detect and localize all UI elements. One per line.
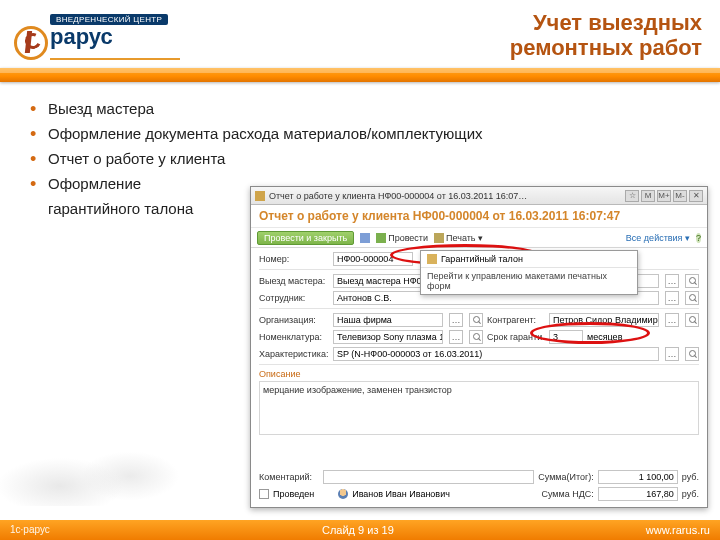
- popup-item-warranty[interactable]: Гарантийный талон: [421, 251, 637, 267]
- popup-hint[interactable]: Перейти к управлению макетами печатных ф…: [421, 268, 637, 294]
- label-charact: Характеристика:: [259, 349, 329, 359]
- label-sum-nds: Сумма НДС:: [541, 489, 593, 499]
- bullet-item: Выезд мастера: [30, 100, 700, 117]
- currency-label: руб.: [682, 489, 699, 499]
- highlight-oval: [530, 322, 650, 344]
- slide-header: ВНЕДРЕНЧЕСКИЙ ЦЕНТР рарус Учет выездных …: [0, 0, 720, 70]
- document-icon: [255, 191, 265, 201]
- popup-item-label: Гарантийный талон: [441, 254, 523, 264]
- currency-label: руб.: [682, 472, 699, 482]
- lookup-button[interactable]: …: [665, 313, 679, 327]
- brand-name: рарус: [50, 24, 194, 50]
- document-title: Отчет о работе у клиента НФ00-000004 от …: [251, 205, 707, 228]
- label-employee: Сотрудник:: [259, 293, 329, 303]
- responsible-user: Иванов Иван Иванович: [352, 489, 537, 499]
- lookup-button[interactable]: …: [665, 291, 679, 305]
- save-icon: [360, 233, 370, 243]
- label-number: Номер:: [259, 254, 329, 264]
- slide-footer: 1с·рарус Слайд 9 из 19 www.rarus.ru: [0, 520, 720, 540]
- lookup-button[interactable]: …: [449, 313, 463, 327]
- comment-field[interactable]: [323, 470, 534, 484]
- slide-counter: Слайд 9 из 19: [70, 524, 646, 536]
- help-icon[interactable]: ?: [696, 233, 701, 243]
- print-icon: [434, 233, 444, 243]
- search-icon[interactable]: [685, 347, 699, 361]
- document-icon: [427, 254, 437, 264]
- footer-url: www.rarus.ru: [646, 524, 710, 536]
- nomen-field[interactable]: Телевизор Sony плазма 15'': [333, 330, 443, 344]
- slide-title-line1: Учет выездных: [510, 10, 702, 35]
- toolbar-m3-icon[interactable]: M-: [673, 190, 687, 202]
- window-title: Отчет о работе у клиента НФ00-000004 от …: [269, 191, 529, 201]
- lookup-button[interactable]: …: [665, 274, 679, 288]
- search-icon[interactable]: [685, 274, 699, 288]
- print-button[interactable]: Печать ▾: [434, 233, 482, 243]
- slide-title-line2: ремонтных работ: [510, 35, 702, 60]
- slide-title: Учет выездных ремонтных работ: [510, 10, 702, 61]
- favorite-icon[interactable]: ☆: [625, 190, 639, 202]
- label-visit: Выезд мастера:: [259, 276, 329, 286]
- all-actions-link[interactable]: Все действия ▾: [626, 233, 690, 243]
- sum-nds-field[interactable]: 167,80: [598, 487, 678, 501]
- posted-checkbox[interactable]: [259, 489, 269, 499]
- print-dropdown: Гарантийный талон Перейти к управлению м…: [420, 250, 638, 295]
- decoration-cloud: [0, 426, 200, 506]
- close-icon[interactable]: ✕: [689, 190, 703, 202]
- label-counterparty: Контрагент:: [487, 315, 545, 325]
- run-button[interactable]: Провести: [376, 233, 428, 243]
- run-icon: [376, 233, 386, 243]
- search-icon[interactable]: [685, 291, 699, 305]
- user-icon: [338, 489, 348, 499]
- window-titlebar: Отчет о работе у клиента НФ00-000004 от …: [251, 187, 707, 205]
- label-org: Организация:: [259, 315, 329, 325]
- header-divider: [0, 68, 720, 82]
- label-sum-total: Сумма(Итог):: [538, 472, 594, 482]
- brand-1c-icon: [14, 26, 48, 60]
- label-desc: Описание: [259, 369, 699, 379]
- search-icon[interactable]: [469, 313, 483, 327]
- search-icon[interactable]: [685, 313, 699, 327]
- lookup-button[interactable]: …: [449, 330, 463, 344]
- toolbar-m-icon[interactable]: M: [641, 190, 655, 202]
- org-field[interactable]: Наша фирма: [333, 313, 443, 327]
- label-posted: Проведен: [273, 489, 314, 499]
- sum-total-field[interactable]: 1 100,00: [598, 470, 678, 484]
- bullet-item: Оформление документа расхода материалов/…: [30, 125, 700, 142]
- toolbar-m2-icon[interactable]: M+: [657, 190, 671, 202]
- run-and-close-button[interactable]: Провести и закрыть: [257, 231, 354, 245]
- search-icon[interactable]: [469, 330, 483, 344]
- label-comment: Коментарий:: [259, 472, 319, 482]
- save-button[interactable]: [360, 233, 370, 243]
- document-footer: Коментарий: Сумма(Итог): 1 100,00 руб. П…: [259, 467, 699, 501]
- footer-brand: 1с·рарус: [10, 524, 70, 536]
- description-section: Описание мерцание изображение, заменен т…: [259, 369, 699, 435]
- description-textarea[interactable]: мерцание изображение, заменен транзистор: [259, 381, 699, 435]
- charact-field[interactable]: SP (N-НФ00-000003 от 16.03.2011): [333, 347, 659, 361]
- app-window: Отчет о работе у клиента НФ00-000004 от …: [250, 186, 708, 508]
- label-nomen: Номенклатура:: [259, 332, 329, 342]
- brand-logo: ВНЕДРЕНЧЕСКИЙ ЦЕНТР рарус: [14, 8, 194, 56]
- bullet-item: Отчет о работе у клиента: [30, 150, 700, 167]
- lookup-button[interactable]: …: [665, 347, 679, 361]
